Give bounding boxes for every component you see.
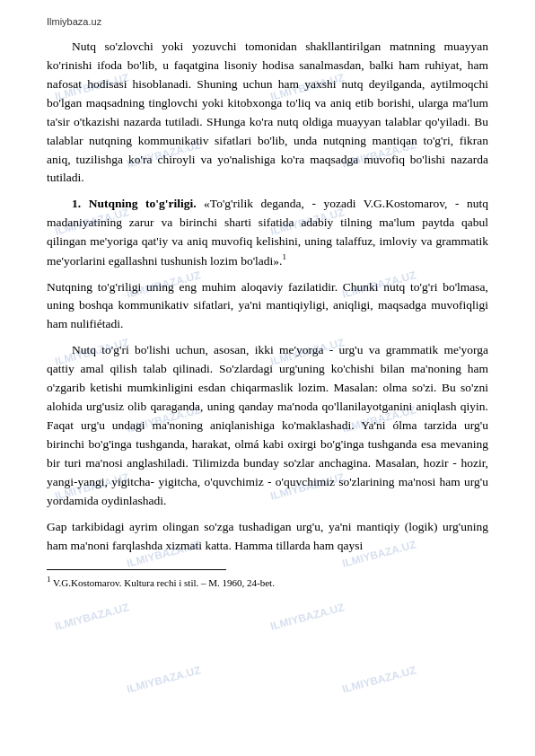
paragraph-4: Nutq to'g'ri bo'lishi uchun, asosan, ikk… (47, 341, 488, 510)
footnote-text: 1 V.G.Kostomarov. Kultura rechi i stil. … (47, 574, 488, 590)
footnote-ref-1: 1 (282, 252, 286, 261)
paragraph-3: Nutqning to'g'riligi uning eng muhim alo… (47, 278, 488, 335)
paragraph-2: 1. Nutqning to'g'riligi. «To'g'rilik deg… (47, 195, 488, 270)
footnote-divider (47, 569, 226, 570)
site-label: Ilmiybaza.uz (47, 16, 488, 27)
paragraph-1: Nutq so'zlovchi yoki yozuvchi tomonidan … (47, 38, 488, 188)
watermark: ILMIYBAZA.UZ (341, 664, 417, 695)
main-content: Nutq so'zlovchi yoki yozuvchi tomonidan … (47, 38, 488, 555)
watermark: ILMIYBAZA.UZ (54, 601, 130, 632)
watermark: ILMIYBAZA.UZ (269, 601, 346, 632)
heading-nutq-togriliqi: 1. Nutqning to'g'riligi. (72, 197, 197, 210)
page: Ilmiybaza.uz ILMIYBAZA.UZILMIYBAZA.UZILM… (0, 0, 535, 756)
watermark: ILMIYBAZA.UZ (126, 664, 202, 695)
footnote-section: 1 V.G.Kostomarov. Kultura rechi i stil. … (47, 569, 488, 590)
paragraph-5: Gap tarkibidagi ayrim olingan so'zga tus… (47, 518, 488, 556)
footnote-number: 1 (47, 575, 51, 584)
